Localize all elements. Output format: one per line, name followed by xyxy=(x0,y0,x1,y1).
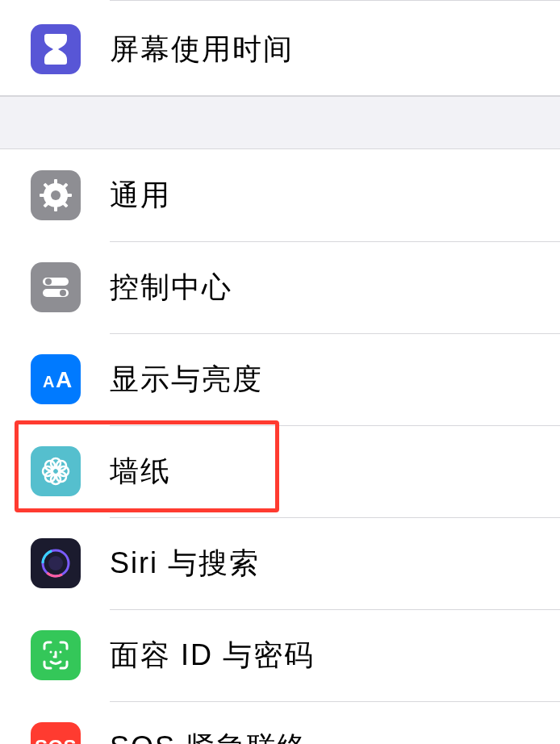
svg-rect-5 xyxy=(65,194,72,197)
hourglass-icon xyxy=(31,24,81,74)
svg-point-28 xyxy=(48,556,63,571)
toggles-icon xyxy=(31,262,81,312)
section-gap xyxy=(0,96,560,149)
sos-icon: SOS xyxy=(31,722,81,744)
settings-row-wallpaper[interactable]: 墙纸 xyxy=(0,425,560,517)
row-label: Siri 与搜索 xyxy=(110,544,260,583)
svg-point-13 xyxy=(60,290,66,296)
svg-rect-2 xyxy=(54,179,57,186)
svg-point-1 xyxy=(51,190,61,200)
settings-row-general[interactable]: 通用 xyxy=(0,149,560,241)
sos-icon-text: SOS xyxy=(35,736,77,744)
flower-icon xyxy=(31,446,81,496)
svg-text:A: A xyxy=(56,367,72,392)
row-label: SOS 紧急联络 xyxy=(110,728,308,745)
siri-icon xyxy=(31,538,81,588)
settings-row-faceid-passcode[interactable]: 面容 ID 与密码 xyxy=(0,609,560,701)
row-label: 控制中心 xyxy=(110,268,232,307)
settings-row-screen-time[interactable]: 屏幕使用时间 xyxy=(0,3,560,95)
svg-point-29 xyxy=(50,651,52,654)
row-label: 墙纸 xyxy=(110,452,171,491)
svg-rect-4 xyxy=(40,194,46,197)
row-label: 通用 xyxy=(110,176,171,215)
svg-point-30 xyxy=(60,651,62,654)
row-label: 屏幕使用时间 xyxy=(110,30,294,69)
text-size-icon: A A xyxy=(31,354,81,404)
row-label: 面容 ID 与密码 xyxy=(110,636,315,675)
faceid-icon xyxy=(31,630,81,680)
row-label: 显示与亮度 xyxy=(110,360,263,399)
settings-row-control-center[interactable]: 控制中心 xyxy=(0,241,560,333)
settings-row-emergency-sos[interactable]: SOS SOS 紧急联络 xyxy=(0,701,560,744)
settings-row-display-brightness[interactable]: A A 显示与亮度 xyxy=(0,333,560,425)
svg-point-11 xyxy=(45,278,52,285)
svg-text:A: A xyxy=(43,373,54,391)
gear-icon xyxy=(31,170,81,220)
settings-row-siri-search[interactable]: Siri 与搜索 xyxy=(0,517,560,609)
svg-rect-3 xyxy=(54,205,57,211)
